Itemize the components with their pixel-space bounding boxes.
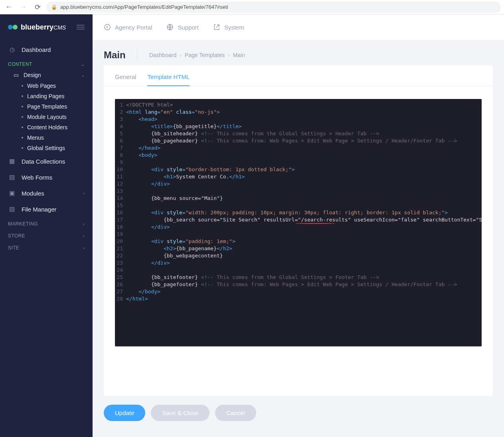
page-header: Main Dashboard › Page Templates › Main (93, 40, 504, 65)
code-line: 10 <div style="border-bottom: 1px dotted… (115, 166, 482, 173)
code-line: 14 {bb_menu source="Main"} (115, 195, 482, 202)
page-title: Main (104, 49, 137, 61)
sidebar-section-marketing[interactable]: MARKETING › (0, 217, 93, 229)
bullet-icon (22, 85, 23, 87)
topbar: Agency Portal Support System (93, 14, 504, 40)
reload-button[interactable]: ⟳ (32, 2, 43, 13)
sidebar-section-store[interactable]: STORE › (0, 229, 93, 241)
code-line: 6 {bb_pageheader} <!-- This comes from: … (115, 137, 482, 144)
url-bar[interactable]: 🔒 app.blueberrycms.com/App/PageTemplates… (46, 2, 501, 13)
sidebar-item-label: Web Pages (27, 83, 56, 89)
sidebar-item-dashboard[interactable]: ◷ Dashboard (0, 42, 93, 57)
code-line: 12 </div> (115, 180, 482, 188)
sidebar-subitem[interactable]: Global Settings (0, 143, 93, 153)
sidebar-subitem[interactable]: Web Pages (0, 81, 93, 91)
back-button[interactable]: ← (3, 2, 14, 13)
code-line: 20 <div style="padding: 1em;"> (115, 238, 482, 245)
cancel-button[interactable]: Cancel (215, 405, 256, 421)
sidebar-item-label: Page Templates (27, 103, 67, 110)
code-line: 2<html lang="en" class="no-js"> (115, 109, 482, 116)
annotation-underline (295, 223, 335, 224)
code-line: 15 (115, 202, 482, 209)
main-panel: Agency Portal Support System Main Dashbo… (93, 14, 504, 437)
topbar-agency-portal[interactable]: Agency Portal (104, 24, 152, 31)
menu-toggle-icon[interactable] (77, 25, 85, 30)
item-icon: ▤ (8, 173, 16, 181)
code-line: 11 <h1>System Center Co.</h1> (115, 173, 482, 180)
breadcrumb: Dashboard › Page Templates › Main (149, 52, 245, 58)
sidebar-subitem[interactable]: Module Layouts (0, 112, 93, 122)
topbar-system[interactable]: System (213, 24, 244, 31)
tab-general[interactable]: General (115, 73, 136, 86)
sidebar-item-label: File Manager (22, 206, 57, 213)
chevron-down-icon: ⌄ (81, 73, 85, 77)
forward-button[interactable]: → (18, 2, 29, 13)
sidebar-item-label: Menus (27, 134, 44, 141)
breadcrumb-current: Main (233, 52, 245, 58)
tab-template-html[interactable]: Template HTML (147, 73, 190, 86)
bullet-icon (22, 127, 23, 128)
code-line: 27 </body> (115, 288, 482, 295)
code-line: 8 <body> (115, 152, 482, 159)
breadcrumb-link[interactable]: Dashboard (149, 52, 177, 58)
logo[interactable]: blueberryCMS (8, 22, 66, 32)
code-line: 1<!DOCTYPE html> (115, 101, 482, 109)
sidebar-item-label: Design (24, 72, 41, 78)
update-button[interactable]: Update (104, 405, 145, 421)
sidebar-subitem[interactable]: Landing Pages (0, 91, 93, 101)
sidebar-item[interactable]: ▦Data Collections (0, 153, 93, 169)
sidebar: blueberryCMS ◷ Dashboard CONTENT ⌄ ▭ Des… (0, 14, 93, 437)
sidebar-section-content[interactable]: CONTENT ⌄ (0, 57, 93, 69)
sidebar-section-site[interactable]: SITE › (0, 241, 93, 253)
code-line: 9 (115, 159, 482, 166)
tabs: General Template HTML (104, 65, 493, 86)
code-line: 17 {bb_search source="Site Search" resul… (115, 216, 482, 223)
bullet-icon (22, 137, 23, 138)
item-icon: ▦ (8, 157, 16, 165)
code-line: 16 <div style="width: 200px; padding: 10… (115, 209, 482, 216)
url-text: app.blueberrycms.com/App/PageTemplates/E… (60, 4, 228, 10)
sidebar-item-label: Dashboard (22, 46, 51, 53)
chevron-right-icon: › (83, 221, 85, 226)
sidebar-subitem[interactable]: Menus (0, 132, 93, 143)
sidebar-item[interactable]: ▤Web Forms (0, 169, 93, 185)
topbar-support[interactable]: Support (166, 24, 199, 31)
code-line: 19 (115, 231, 482, 238)
chevron-right-icon: › (83, 245, 85, 250)
chevron-right-icon: › (83, 191, 85, 196)
sidebar-item-label: Global Settings (27, 145, 65, 151)
design-icon: ▭ (14, 72, 19, 78)
sidebar-item-label: Content Holders (27, 124, 67, 131)
code-line: 18 </div> (115, 223, 482, 231)
breadcrumb-link[interactable]: Page Templates (185, 52, 225, 58)
sidebar-item-label: Module Layouts (27, 114, 67, 120)
code-line: 7 </head> (115, 144, 482, 152)
code-line: 24 (115, 267, 482, 274)
sidebar-subitem[interactable]: Page Templates (0, 101, 93, 112)
chevron-right-icon: › (83, 233, 85, 238)
code-line: 3 <head> (115, 116, 482, 123)
footer-buttons: Update Save & Close Cancel (93, 396, 504, 437)
svg-point-0 (105, 24, 110, 30)
code-line: 13 (115, 188, 482, 195)
save-close-button[interactable]: Save & Close (151, 405, 210, 421)
code-line: 28</html> (115, 295, 482, 303)
code-line: 4 <title>{bb_pagetitle}</title> (115, 123, 482, 130)
dashboard-icon: ◷ (8, 45, 16, 53)
sidebar-item-label: Landing Pages (27, 93, 64, 99)
sidebar-item-label: Web Forms (22, 174, 52, 181)
globe-icon (166, 24, 174, 31)
bullet-icon (22, 147, 23, 149)
sidebar-item[interactable]: ▤File Manager (0, 201, 93, 217)
code-editor[interactable]: 1<!DOCTYPE html>2<html lang="en" class="… (115, 99, 482, 346)
sidebar-item-label: Modules (22, 190, 44, 197)
sidebar-item-design[interactable]: ▭ Design ⌄ (0, 69, 93, 81)
sidebar-item[interactable]: ▣Modules› (0, 185, 93, 201)
lock-icon: 🔒 (51, 4, 57, 10)
chevron-down-icon: ⌄ (81, 62, 85, 67)
sidebar-subitem[interactable]: Content Holders (0, 122, 93, 132)
bullet-icon (22, 116, 23, 118)
code-line: 21 <h2>{bb_pagename}</h2> (115, 245, 482, 252)
browser-chrome: ← → ⟳ 🔒 app.blueberrycms.com/App/PageTem… (0, 0, 504, 14)
content-card: General Template HTML 1<!DOCTYPE html>2<… (104, 65, 493, 396)
